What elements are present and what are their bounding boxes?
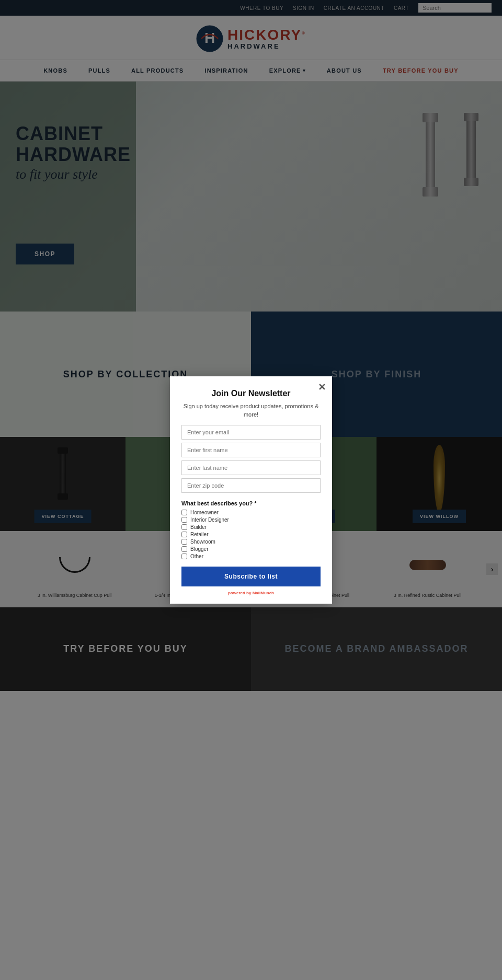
checkbox-homeowner[interactable]: Homeowner: [181, 510, 321, 515]
subscribe-button[interactable]: Subscribe to list: [181, 567, 321, 586]
modal-title: Join Our Newsletter: [181, 389, 321, 398]
powered-by: powered by MailMunch: [181, 591, 321, 595]
checkbox-other-input[interactable]: [181, 554, 187, 559]
what-describes-label: What best describes you? *: [181, 500, 321, 506]
email-input[interactable]: [181, 425, 321, 440]
newsletter-modal: ✕ Join Our Newsletter Sign up today rece…: [170, 376, 332, 604]
checkbox-blogger-input[interactable]: [181, 546, 187, 552]
checkbox-showroom-input[interactable]: [181, 539, 187, 545]
checkbox-retailer-input[interactable]: [181, 532, 187, 537]
modal-close-button[interactable]: ✕: [318, 382, 326, 393]
checkbox-builder-input[interactable]: [181, 524, 187, 530]
checkbox-builder[interactable]: Builder: [181, 524, 321, 530]
checkbox-other[interactable]: Other: [181, 554, 321, 559]
zip-input[interactable]: [181, 478, 321, 493]
checkbox-homeowner-input[interactable]: [181, 510, 187, 515]
checkbox-interior-designer[interactable]: Interior Designer: [181, 517, 321, 523]
modal-overlay[interactable]: ✕ Join Our Newsletter Sign up today rece…: [0, 0, 502, 691]
checkbox-group: Homeowner Interior Designer Builder Reta…: [181, 510, 321, 559]
checkbox-blogger[interactable]: Blogger: [181, 546, 321, 552]
checkbox-retailer[interactable]: Retailer: [181, 532, 321, 537]
checkbox-showroom[interactable]: Showroom: [181, 539, 321, 545]
last-name-input[interactable]: [181, 460, 321, 475]
first-name-input[interactable]: [181, 443, 321, 457]
modal-description: Sign up today receive product updates, p…: [181, 402, 321, 419]
checkbox-interior-designer-input[interactable]: [181, 517, 187, 523]
